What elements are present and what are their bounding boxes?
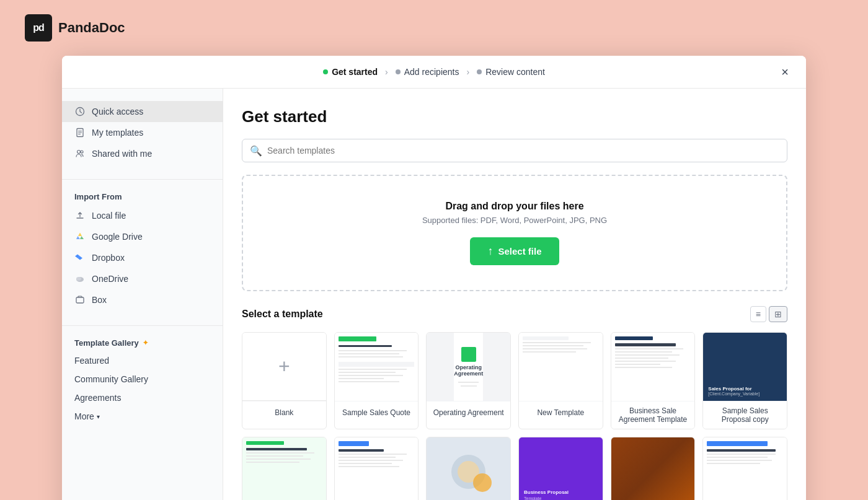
more-button[interactable]: More ▾ xyxy=(62,407,223,426)
thumbnail-new-template xyxy=(519,333,603,401)
template-card-wood[interactable] xyxy=(611,437,696,500)
sidebar-item-local-file[interactable]: Local file xyxy=(62,205,223,226)
sidebar-item-featured[interactable]: Featured xyxy=(62,351,223,370)
sidebar-item-community-gallery[interactable]: Community Gallery xyxy=(62,370,223,388)
svg-point-5 xyxy=(76,277,81,281)
thumbnail-invoice xyxy=(335,437,418,500)
grid-view-button[interactable]: ⊞ xyxy=(769,306,787,322)
page-title: Get started xyxy=(242,107,787,126)
sidebar-item-agreements[interactable]: Agreements xyxy=(62,388,223,407)
google-drive-label: Google Drive xyxy=(92,232,143,242)
thumbnail-operating: OperatingAgreement xyxy=(427,333,510,401)
spark-icon: ✦ xyxy=(143,339,148,347)
drive-icon xyxy=(74,231,86,242)
thumbnail-conversion xyxy=(703,437,787,500)
svg-rect-6 xyxy=(76,297,84,303)
shared-with-me-label: Shared with me xyxy=(92,149,152,159)
modal-header: Get started › Add recipients › Review co… xyxy=(62,56,806,89)
drop-zone-subtitle: Supported files: PDF, Word, PowerPoint, … xyxy=(255,216,774,225)
sidebar-item-box[interactable]: Box xyxy=(62,289,223,310)
search-bar: 🔍 xyxy=(242,139,787,162)
view-toggles: ≡ ⊞ xyxy=(750,306,787,322)
template-card-invoice[interactable]: Invoice xyxy=(334,437,419,500)
onedrive-label: OneDrive xyxy=(92,274,128,284)
box-label: Box xyxy=(92,295,107,305)
template-name-sales-quote: Sample Sales Quote xyxy=(335,401,418,423)
logo-icon: pd xyxy=(25,14,52,42)
template-section-title: Select a template xyxy=(242,309,323,320)
templates-grid-row1: + Blank xyxy=(242,332,787,429)
template-card-blank[interactable]: + Blank xyxy=(242,332,327,429)
template-gallery-title: Template Gallery ✦ xyxy=(62,331,223,351)
list-view-button[interactable]: ≡ xyxy=(750,306,766,322)
search-input[interactable] xyxy=(267,139,779,162)
logo-text: PandaDoc xyxy=(58,20,125,36)
template-card-sales-quote[interactable]: Sample Sales Quote xyxy=(334,332,419,429)
clock-icon xyxy=(74,106,86,117)
box-icon xyxy=(74,294,86,305)
step-label-1: Get started xyxy=(332,67,378,77)
template-card-sales-proposal[interactable]: Sales Proposal for [Client.Company_Varia… xyxy=(702,332,787,429)
sidebar-item-quick-access[interactable]: Quick access xyxy=(62,101,223,122)
template-card-business-proposal[interactable]: Business Proposal Template Business Prop… xyxy=(518,437,603,500)
template-card-sp2[interactable]: Sales Proposal for [Client.Company] xyxy=(242,437,327,500)
template-card-bsa[interactable]: Business Sale Agreement Template xyxy=(611,332,696,429)
thumbnail-blank: + xyxy=(242,333,326,401)
top-bar: pd PandaDoc xyxy=(0,0,868,56)
modal-body: Quick access My templates xyxy=(62,89,806,500)
thumbnail-round-img xyxy=(427,437,510,500)
thumbnail-wood xyxy=(611,437,695,500)
select-file-button[interactable]: ↑ Select file xyxy=(470,237,559,265)
sidebar-item-onedrive[interactable]: OneDrive xyxy=(62,268,223,289)
drop-zone[interactable]: Drag and drop your files here Supported … xyxy=(242,175,787,291)
chevron-2: › xyxy=(466,67,469,77)
step-dot-2 xyxy=(396,69,401,74)
template-card-round-img[interactable] xyxy=(426,437,511,500)
upload-icon xyxy=(74,210,86,221)
step-review-content[interactable]: Review content xyxy=(477,67,545,77)
chevron-down-icon: ▾ xyxy=(97,413,100,420)
steps: Get started › Add recipients › Review co… xyxy=(323,67,545,77)
dropbox-label: Dropbox xyxy=(92,253,125,263)
thumbnail-sp2 xyxy=(242,437,326,500)
step-get-started[interactable]: Get started xyxy=(323,67,378,77)
quick-access-label: Quick access xyxy=(92,107,143,116)
sidebar-item-shared[interactable]: Shared with me xyxy=(62,143,223,164)
divider-2 xyxy=(62,325,223,326)
sidebar-import-section: Import From Local file xyxy=(62,185,223,320)
thumbnail-sales-quote xyxy=(335,333,418,401)
template-name-blank: Blank xyxy=(242,401,326,423)
template-name-sales-proposal: Sample Sales Proposal copy xyxy=(703,401,787,429)
template-name-new-template: New Template xyxy=(519,401,603,423)
step-label-3: Review content xyxy=(485,67,545,77)
import-from-title: Import From xyxy=(62,185,223,205)
sidebar: Quick access My templates xyxy=(62,89,223,500)
more-label: More xyxy=(74,411,94,421)
sidebar-quick-access-section: Quick access My templates xyxy=(62,101,223,174)
step-add-recipients[interactable]: Add recipients xyxy=(396,67,459,77)
people-icon xyxy=(74,148,86,159)
my-templates-label: My templates xyxy=(92,128,143,138)
svg-point-3 xyxy=(81,151,83,153)
template-card-conversion[interactable]: Conversion Rate Optimization Proposal Te… xyxy=(702,437,787,500)
divider-1 xyxy=(62,179,223,180)
thumbnail-bsa xyxy=(611,333,695,401)
svg-point-2 xyxy=(78,151,81,154)
list-view-icon: ≡ xyxy=(756,309,761,319)
step-dot-3 xyxy=(477,69,482,74)
logo: pd PandaDoc xyxy=(25,14,125,42)
upload-arrow-icon: ↑ xyxy=(487,245,493,258)
drop-zone-title: Drag and drop your files here xyxy=(255,201,774,212)
sidebar-item-my-templates[interactable]: My templates xyxy=(62,122,223,143)
grid-view-icon: ⊞ xyxy=(774,309,782,319)
template-card-new-template[interactable]: New Template xyxy=(518,332,603,429)
close-button[interactable]: × xyxy=(776,63,794,82)
section-header: Select a template ≡ ⊞ xyxy=(242,306,787,322)
sidebar-item-dropbox[interactable]: Dropbox xyxy=(62,247,223,268)
thumbnail-business-proposal: Business Proposal Template xyxy=(519,437,603,500)
local-file-label: Local file xyxy=(92,211,126,221)
search-icon: 🔍 xyxy=(250,145,262,157)
template-card-operating[interactable]: OperatingAgreement Operating Agreement xyxy=(426,332,511,429)
onedrive-icon xyxy=(74,273,86,284)
sidebar-item-google-drive[interactable]: Google Drive xyxy=(62,226,223,247)
